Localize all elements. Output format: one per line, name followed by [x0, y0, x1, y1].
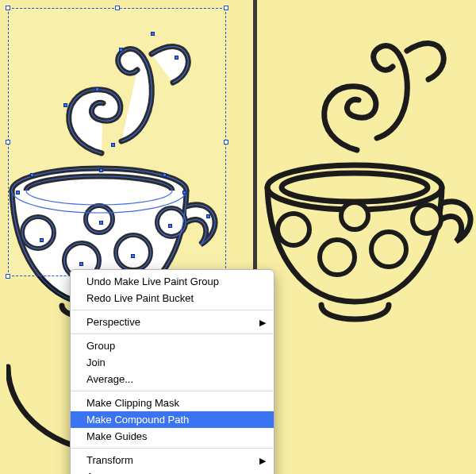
selection-bounding-box[interactable]: [8, 8, 226, 276]
selection-handle[interactable]: [224, 140, 228, 145]
svg-point-1: [282, 173, 428, 202]
svg-point-3: [320, 240, 355, 275]
menu-perspective[interactable]: Perspective ▶: [71, 314, 274, 330]
menu-undo[interactable]: Undo Make Live Paint Group: [71, 273, 274, 290]
menu-transform[interactable]: Transform ▶: [71, 452, 274, 468]
menu-separator: [71, 448, 273, 449]
menu-average[interactable]: Average...: [71, 371, 274, 387]
menu-item-label: Join: [86, 356, 106, 368]
submenu-arrow-icon: ▶: [259, 471, 266, 474]
menu-separator: [71, 391, 273, 391]
menu-item-label: Arrange: [86, 471, 123, 474]
menu-redo[interactable]: Redo Live Paint Bucket: [71, 290, 274, 306]
selection-handle[interactable]: [224, 6, 228, 10]
submenu-arrow-icon: ▶: [259, 316, 266, 329]
menu-item-label: Transform: [86, 454, 133, 466]
menu-group[interactable]: Group: [71, 337, 274, 354]
menu-item-label: Make Guides: [86, 430, 148, 442]
menu-make-guides[interactable]: Make Guides: [71, 428, 274, 445]
artboard-canvas[interactable]: Undo Make Live Paint Group Redo Live Pai…: [0, 0, 476, 474]
menu-arrange[interactable]: Arrange ▶: [71, 468, 274, 474]
menu-make-clipping-mask[interactable]: Make Clipping Mask: [71, 395, 274, 411]
menu-join[interactable]: Join: [71, 354, 274, 371]
menu-item-label: Make Compound Path: [86, 414, 189, 426]
menu-make-compound-path[interactable]: Make Compound Path: [71, 411, 274, 428]
menu-item-label: Average...: [86, 373, 133, 385]
svg-point-6: [341, 202, 368, 229]
selection-handle[interactable]: [6, 140, 10, 145]
teacup-artwork-right: [262, 3, 476, 337]
svg-point-4: [371, 232, 406, 267]
context-menu[interactable]: Undo Make Live Paint Group Redo Live Pai…: [70, 269, 274, 474]
svg-point-5: [413, 205, 441, 233]
menu-item-label: Group: [86, 340, 115, 352]
menu-separator: [71, 310, 273, 310]
menu-separator: [71, 333, 273, 334]
svg-point-2: [278, 214, 309, 245]
menu-item-label: Make Clipping Mask: [86, 397, 179, 409]
menu-item-label: Undo Make Live Paint Group: [86, 276, 219, 287]
submenu-arrow-icon: ▶: [259, 454, 266, 468]
selection-handle[interactable]: [6, 274, 10, 279]
menu-item-label: Redo Live Paint Bucket: [86, 292, 194, 304]
selection-handle[interactable]: [115, 6, 120, 10]
menu-item-label: Perspective: [86, 316, 140, 328]
selection-handle[interactable]: [6, 6, 10, 10]
